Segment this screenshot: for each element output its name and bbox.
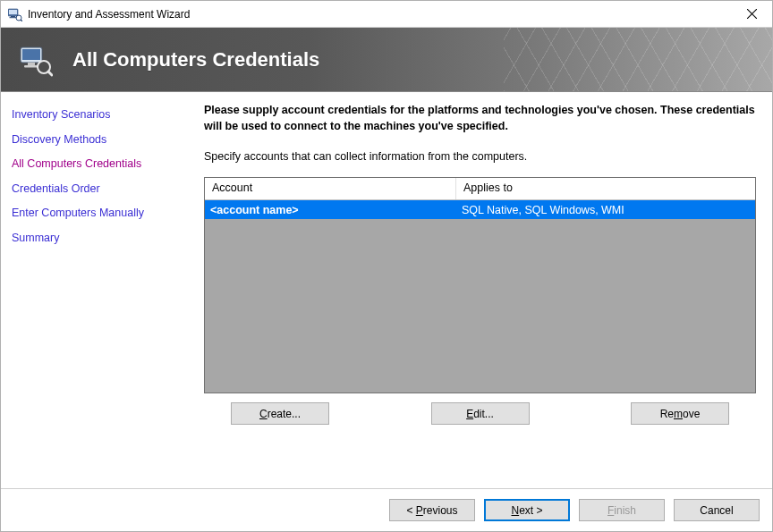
sidebar-item-credentials-order[interactable]: Credentials Order [10, 177, 195, 202]
banner-computer-icon [17, 42, 53, 78]
table-body: <account name> SQL Native, SQL Windows, … [205, 200, 755, 393]
svg-line-13 [48, 72, 52, 75]
footer: < Previous Next > Finish Cancel [1, 488, 772, 531]
banner-title: All Computers Credentials [72, 48, 319, 72]
sidebar-item-enter-computers-manually[interactable]: Enter Computers Manually [10, 201, 195, 226]
close-button[interactable] [732, 1, 772, 27]
remove-button[interactable]: Remove [631, 402, 729, 425]
wizard-body: Inventory Scenarios Discovery Methods Al… [1, 92, 772, 488]
instruction-text: Please supply account credentials for th… [204, 103, 756, 134]
svg-rect-9 [22, 49, 40, 60]
sidebar-item-all-computers-credentials[interactable]: All Computers Credentials [10, 152, 195, 177]
svg-rect-1 [9, 10, 17, 14]
next-button[interactable]: Next > [484, 499, 570, 521]
svg-rect-11 [24, 65, 38, 68]
banner-decoration [504, 28, 772, 91]
banner: All Computers Credentials [1, 28, 772, 92]
titlebar-text: Inventory and Assessment Wizard [28, 8, 732, 21]
cancel-button[interactable]: Cancel [674, 499, 760, 521]
svg-line-5 [21, 20, 22, 21]
edit-button[interactable]: Edit... [431, 402, 530, 425]
cell-account: <account name> [205, 202, 456, 218]
action-row: Create... Edit... Remove [204, 402, 756, 425]
finish-button: Finish [579, 499, 665, 521]
sidebar-item-summary[interactable]: Summary [10, 226, 195, 251]
create-button[interactable]: Create... [231, 402, 329, 425]
subtext: Specify accounts that can collect inform… [204, 150, 756, 163]
cell-applies: SQL Native, SQL Windows, WMI [456, 202, 755, 218]
svg-rect-10 [28, 63, 35, 65]
credentials-table: Account Applies to <account name> SQL Na… [204, 177, 756, 393]
app-icon [8, 7, 22, 21]
sidebar: Inventory Scenarios Discovery Methods Al… [1, 92, 195, 488]
titlebar: Inventory and Assessment Wizard [1, 1, 772, 28]
sidebar-item-discovery-methods[interactable]: Discovery Methods [10, 128, 195, 153]
wizard-window: Inventory and Assessment Wizard All Comp… [0, 0, 773, 532]
table-row[interactable]: <account name> SQL Native, SQL Windows, … [205, 200, 755, 219]
previous-button[interactable]: < Previous [389, 499, 475, 521]
column-header-account[interactable]: Account [205, 178, 456, 199]
main-panel: Please supply account credentials for th… [195, 92, 772, 488]
column-header-applies[interactable]: Applies to [456, 178, 755, 199]
svg-rect-2 [11, 16, 15, 17]
sidebar-item-inventory-scenarios[interactable]: Inventory Scenarios [10, 103, 195, 128]
svg-rect-3 [10, 17, 17, 18]
close-icon [747, 9, 757, 19]
table-header: Account Applies to [205, 178, 755, 200]
